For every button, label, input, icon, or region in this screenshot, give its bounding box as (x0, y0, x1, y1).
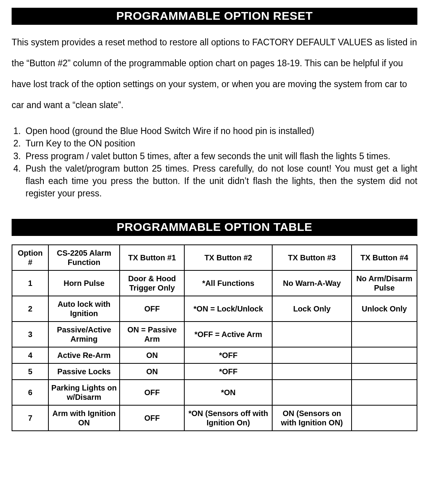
cell-option-num: 1 (12, 270, 48, 296)
cell-function: Horn Pulse (48, 270, 120, 296)
intro-paragraph: This system provides a reset method to r… (12, 32, 417, 115)
cell-tx4 (352, 347, 417, 363)
cell-tx3: Lock Only (272, 296, 352, 322)
cell-function: Active Re-Arm (48, 347, 120, 363)
table-row: 3 Passive/Active Arming ON = Passive Arm… (12, 322, 417, 347)
col-header-tx1: TX Button #1 (120, 245, 184, 270)
cell-tx3: ON (Sensors on with Ignition ON) (272, 405, 352, 431)
cell-tx4 (352, 322, 417, 347)
step-item: Open hood (ground the Blue Hood Switch W… (23, 125, 417, 137)
cell-option-num: 7 (12, 405, 48, 431)
table-row: 6 Parking Lights on w/Disarm OFF *ON (12, 380, 417, 405)
cell-tx4 (352, 405, 417, 431)
cell-tx2: *ON = Lock/Unlock (184, 296, 272, 322)
cell-tx2: *OFF (184, 347, 272, 363)
table-row: 4 Active Re-Arm ON *OFF (12, 347, 417, 363)
cell-function: Passive Locks (48, 363, 120, 380)
cell-tx4 (352, 380, 417, 405)
table-header-row: Option # CS-2205 Alarm Function TX Butto… (12, 245, 417, 270)
cell-tx1: OFF (120, 296, 184, 322)
cell-function: Parking Lights on w/Disarm (48, 380, 120, 405)
cell-tx3 (272, 347, 352, 363)
cell-tx2: *All Functions (184, 270, 272, 296)
cell-tx1: ON (120, 363, 184, 380)
cell-function: Arm with Ignition ON (48, 405, 120, 431)
cell-option-num: 6 (12, 380, 48, 405)
step-item: Press program / valet button 5 times, af… (23, 150, 417, 162)
section-banner-table: PROGRAMMABLE OPTION TABLE (12, 219, 417, 236)
cell-tx2: *ON (Sensors off with Ignition On) (184, 405, 272, 431)
table-row: 5 Passive Locks ON *OFF (12, 363, 417, 380)
cell-tx1: OFF (120, 405, 184, 431)
cell-tx4: Unlock Only (352, 296, 417, 322)
table-row: 7 Arm with Ignition ON OFF *ON (Sensors … (12, 405, 417, 431)
cell-tx3 (272, 363, 352, 380)
cell-option-num: 5 (12, 363, 48, 380)
option-table: Option # CS-2205 Alarm Function TX Butto… (12, 244, 417, 431)
cell-tx1: Door & Hood Trigger Only (120, 270, 184, 296)
section-banner-reset: PROGRAMMABLE OPTION RESET (12, 8, 417, 25)
cell-tx2: *OFF = Active Arm (184, 322, 272, 347)
cell-function: Passive/Active Arming (48, 322, 120, 347)
cell-function: Auto lock with Ignition (48, 296, 120, 322)
cell-option-num: 2 (12, 296, 48, 322)
cell-tx4: No Arm/Disarm Pulse (352, 270, 417, 296)
cell-tx1: OFF (120, 380, 184, 405)
cell-tx3 (272, 322, 352, 347)
cell-tx1: ON (120, 347, 184, 363)
col-header-tx2: TX Button #2 (184, 245, 272, 270)
col-header-function: CS-2205 Alarm Function (48, 245, 120, 270)
cell-tx4 (352, 363, 417, 380)
cell-option-num: 3 (12, 322, 48, 347)
table-row: 1 Horn Pulse Door & Hood Trigger Only *A… (12, 270, 417, 296)
table-row: 2 Auto lock with Ignition OFF *ON = Lock… (12, 296, 417, 322)
col-header-option-num: Option # (12, 245, 48, 270)
cell-tx3 (272, 380, 352, 405)
step-item: Push the valet/program button 25 times. … (23, 162, 417, 200)
cell-option-num: 4 (12, 347, 48, 363)
cell-tx3: No Warn-A-Way (272, 270, 352, 296)
col-header-tx3: TX Button #3 (272, 245, 352, 270)
col-header-tx4: TX Button #4 (352, 245, 417, 270)
cell-tx2: *ON (184, 380, 272, 405)
cell-tx2: *OFF (184, 363, 272, 380)
step-item: Turn Key to the ON position (23, 137, 417, 150)
reset-steps-list: Open hood (ground the Blue Hood Switch W… (12, 125, 417, 200)
cell-tx1: ON = Passive Arm (120, 322, 184, 347)
